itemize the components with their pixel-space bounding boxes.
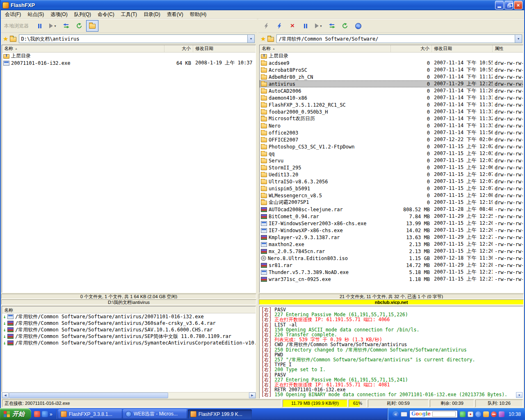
scrollbar-thumb[interactable]	[9, 393, 168, 398]
file-row[interactable]: wrar371sc_cn-0925.exe1.18 MB2007-11-15 上…	[260, 276, 523, 283]
file-row[interactable]: acdsee902007-11-14 下午 10:55drw-rw-rw-	[260, 59, 523, 66]
file-row[interactable]: Kmplayer-v2.9.3.1387.rar13.63 MB2007-11-…	[260, 234, 523, 241]
scroll-right-button[interactable]: ▶	[249, 393, 256, 398]
menu-item[interactable]: 目录(D)	[140, 10, 164, 19]
parent-folder-button[interactable]	[10, 36, 17, 41]
restore-button[interactable]	[504, 1, 513, 9]
remote-abort-button[interactable]	[299, 20, 312, 32]
column-header-date[interactable]: 修改日期	[432, 45, 493, 52]
file-row[interactable]: sr81.rar14.72 MB2007-11-29 上午 12:28-rw-r…	[260, 262, 523, 269]
file-row[interactable]: Uedit13.2002007-11-15 上午 12:07drw-rw-rw-	[260, 171, 523, 178]
menu-item[interactable]: 查看(V)	[164, 10, 187, 19]
disconnect-button[interactable]: ×	[286, 20, 299, 32]
file-row[interactable]: OFFICE200702007-12-22 下午 02:04drw-rw-rw-	[260, 136, 523, 143]
queue-item[interactable]: ↓/常用软件/Common Software/Software/antiviru…	[2, 320, 256, 326]
file-row[interactable]: Thunder.v5.7.3.389.NoAD.exe5.18 MB2007-1…	[260, 269, 523, 276]
remote-path-combobox[interactable]: /常用软件/Common Software/Software/ ▼	[276, 34, 522, 43]
local-refresh-button[interactable]	[73, 20, 85, 32]
close-button[interactable]: ×	[514, 1, 523, 9]
menu-item[interactable]: 帮助(H)	[187, 10, 210, 19]
menu-item[interactable]: 工具(T)	[118, 10, 140, 19]
file-row[interactable]: Microsoft农历日历02007-11-14 下午 11:32drw-rw-…	[260, 115, 523, 122]
queue-item[interactable]: ↓/常用软件/Common Software/Software/antiviru…	[2, 340, 256, 346]
column-header-date[interactable]: 修改日期	[193, 45, 256, 52]
google-search-input[interactable]	[432, 411, 456, 417]
file-row[interactable]: antivirus02007-11-29 上午 12:25drw-rw-rw-	[260, 80, 523, 87]
queue-horizontal-scrollbar[interactable]: ◀ ▶	[2, 392, 256, 399]
local-path-dropdown-button[interactable]: ▼	[247, 35, 254, 43]
antivirus-tray-icon[interactable]	[491, 411, 497, 417]
taskbar-task[interactable]: FlashFXP_3.3.8.1...	[58, 409, 122, 419]
tray-icon-4[interactable]	[483, 411, 489, 417]
parent-folder-button[interactable]	[267, 36, 275, 41]
connect-button[interactable]	[260, 20, 272, 32]
column-header-size[interactable]: 大小	[164, 45, 193, 52]
file-row[interactable]: 20071101-016-i32.exe64 KB2008-1-19 上午 10…	[2, 59, 256, 66]
file-row[interactable]: IE7-WindowsServer2003-x86-chs.exe13.99 M…	[260, 220, 523, 227]
queue-column-header[interactable]: 名称	[2, 306, 256, 313]
taskbar-task[interactable]: WEB迅雷 - Micros...	[123, 409, 187, 419]
quick-launch-icon-1[interactable]	[34, 411, 40, 417]
file-row[interactable]: Photoshop_CS3_SC_V1.2-FtpDown02007-11-15…	[260, 143, 523, 150]
input-method-icon[interactable]	[401, 412, 407, 417]
remote-transfer-button[interactable]: ▼	[313, 20, 325, 32]
column-header-attr[interactable]: 属性	[493, 45, 523, 52]
menu-item[interactable]: 会话(F)	[2, 10, 24, 19]
file-row[interactable]: maxthon2.exe2.13 MB2007-11-15 上午 12:20-r…	[260, 241, 523, 248]
file-row[interactable]: WLMessengercn_v8.502007-11-15 上午 12:08dr…	[260, 192, 523, 199]
file-row[interactable]: FlashFXP_3.5.1.1202_RC1_SC02007-11-14 下午…	[260, 101, 523, 108]
file-row[interactable]: office200302007-11-14 下午 11:56drw-rw-rw-	[260, 129, 523, 136]
hidden-icons-chevron[interactable]: «	[393, 411, 399, 417]
file-row[interactable]: IE7-WindowsXP-x86-chs.exe14.02 MB2007-11…	[260, 227, 523, 234]
local-abort-button[interactable]	[34, 20, 46, 32]
parent-dir-row[interactable]: 上层目录	[260, 52, 523, 59]
file-row[interactable]: Acrobat8ProSC02007-11-14 下午 10:55drw-rw-…	[260, 66, 523, 73]
menu-item[interactable]: 队列(Q)	[71, 10, 94, 19]
local-compare-button[interactable]	[60, 20, 72, 32]
file-row[interactable]: StormII_29502007-11-15 上午 12:06drw-rw-rw…	[260, 164, 523, 171]
scroll-left-button[interactable]: ◀	[2, 393, 9, 398]
tray-icon-1[interactable]	[460, 411, 466, 417]
queue-item[interactable]: ↓/常用软件/Common Software/Software/antiviru…	[2, 326, 256, 333]
file-row[interactable]: Nero.8.Ultra.Edition803.iso1.15 GB2007-1…	[260, 255, 523, 262]
file-row[interactable]: BitComet_0.94.rar7.84 MB2007-11-29 上午 12…	[260, 213, 523, 220]
queue-item[interactable]: ↓/常用软件/Common Software/Software/antiviru…	[2, 313, 256, 320]
file-row[interactable]: unispim5_b509102007-11-15 上午 12:07drw-rw…	[260, 185, 523, 192]
menu-item[interactable]: 站点(S)	[24, 10, 47, 19]
remote-refresh-button[interactable]	[339, 20, 351, 32]
file-row[interactable]: qq02007-11-15 上午 12:03drw-rw-rw-	[260, 150, 523, 157]
quick-connect-button[interactable]	[273, 20, 285, 32]
local-path-input[interactable]: D:\我的文档\antivirus	[19, 35, 247, 43]
remote-path-input[interactable]: /常用软件/Common Software/Software/	[277, 35, 515, 43]
google-search[interactable]: Google	[409, 410, 458, 418]
remote-compare-button[interactable]	[326, 20, 338, 32]
file-row[interactable]: Nero02007-11-14 下午 11:33drw-rw-rw-	[260, 122, 523, 129]
file-row[interactable]: foobar2000_0.950b3_H02007-11-14 下午 11:31…	[260, 108, 523, 115]
favorites-star-icon[interactable]: ★	[3, 36, 8, 42]
file-row[interactable]: mx_2.0.5.7845cn.rar2.13 MB2007-11-15 上午 …	[260, 248, 523, 255]
file-row[interactable]: AdbeRdr80_zh_CN02007-11-14 下午 11:12drw-r…	[260, 73, 523, 80]
queue-item[interactable]: ↓/常用软件/Common Software/Software/antiviru…	[2, 333, 256, 340]
start-button[interactable]: 开始	[0, 408, 31, 420]
column-header-name[interactable]: 名称▲	[2, 45, 164, 52]
file-row[interactable]: AUTOcad2008sc-leejune.rar808.52 MB2007-1…	[260, 206, 523, 213]
file-row[interactable]: Servu02007-11-15 上午 12:03drw-rw-rw-	[260, 157, 523, 164]
minimize-button[interactable]	[495, 1, 504, 9]
local-path-combobox[interactable]: D:\我的文档\antivirus ▼	[19, 34, 255, 43]
file-row[interactable]: daemon410-x8602007-11-14 下午 11:31drw-rw-…	[260, 94, 523, 101]
quick-launch-chevron[interactable]: »	[50, 411, 52, 417]
column-header-name[interactable]: 名称▲	[260, 45, 391, 52]
tray-icon-3[interactable]	[475, 411, 481, 417]
local-transfer-button[interactable]: ▼	[47, 20, 59, 32]
menu-item[interactable]: 选项(O)	[47, 10, 71, 19]
file-row[interactable]: AutoCAD200602007-11-14 下午 11:28drw-rw-rw…	[260, 87, 523, 94]
remote-path-dropdown-button[interactable]: ▼	[515, 35, 522, 43]
column-header-size[interactable]: 大小	[391, 45, 432, 52]
favorites-star-icon[interactable]: ★	[260, 36, 266, 42]
file-row[interactable]: 金山词霸2007SP102007-11-15 上午 12:19drw-rw-rw…	[260, 199, 523, 206]
search-button[interactable]	[352, 20, 364, 32]
quick-launch-icon-2[interactable]	[42, 411, 48, 417]
file-row[interactable]: UltraISO-v8.6.3.205602007-11-15 上午 12:07…	[260, 178, 523, 185]
menu-item[interactable]: 命令(C)	[94, 10, 118, 19]
tray-icon-6[interactable]	[499, 411, 504, 417]
